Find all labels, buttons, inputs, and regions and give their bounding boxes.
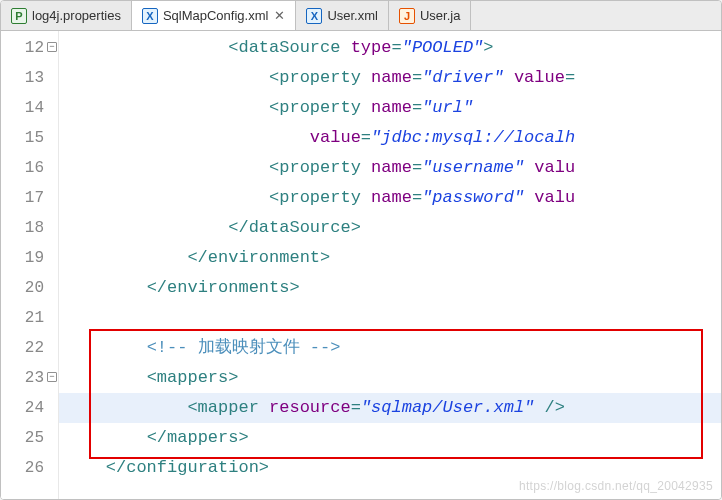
watermark: https://blog.csdn.net/qq_20042935: [519, 479, 713, 493]
tab-userxml[interactable]: X User.xml: [296, 1, 389, 30]
tab-userjava[interactable]: J User.ja: [389, 1, 471, 30]
code-area[interactable]: <dataSource type="POOLED"> <property nam…: [59, 31, 721, 499]
code-line: <dataSource type="POOLED">: [59, 33, 721, 63]
line-number: 14: [1, 93, 58, 123]
close-icon[interactable]: ✕: [274, 8, 285, 23]
code-line: <property name="url": [59, 93, 721, 123]
line-number: 17: [1, 183, 58, 213]
line-number: 18: [1, 213, 58, 243]
line-number: 19: [1, 243, 58, 273]
xml-file-icon: X: [306, 8, 322, 24]
tab-sqlmapconfig[interactable]: X SqlMapConfig.xml ✕: [132, 1, 297, 30]
line-number: 26: [1, 453, 58, 483]
line-number: 13: [1, 63, 58, 93]
code-line: <property name="driver" value=: [59, 63, 721, 93]
code-line: <!-- 加载映射文件 -->: [59, 333, 721, 363]
line-number: 23−: [1, 363, 58, 393]
tab-log4j[interactable]: P log4j.properties: [1, 1, 132, 30]
code-line: </environments>: [59, 273, 721, 303]
line-number: 20: [1, 273, 58, 303]
tab-label: User.ja: [420, 8, 460, 23]
fold-icon[interactable]: −: [47, 42, 57, 52]
line-number: 16: [1, 153, 58, 183]
code-line: </dataSource>: [59, 213, 721, 243]
tab-label: log4j.properties: [32, 8, 121, 23]
tab-label: SqlMapConfig.xml: [163, 8, 269, 23]
line-number: 21: [1, 303, 58, 333]
properties-file-icon: P: [11, 8, 27, 24]
code-line: </mappers>: [59, 423, 721, 453]
xml-file-icon: X: [142, 8, 158, 24]
code-editor[interactable]: 12− 13 14 15 16 17 18 19 20 21 22 23− 24…: [1, 31, 721, 499]
line-number: 24: [1, 393, 58, 423]
code-line: value="jdbc:mysql://localh: [59, 123, 721, 153]
code-line: <mapper resource="sqlmap/User.xml" />: [59, 393, 721, 423]
code-line: <property name="username" valu: [59, 153, 721, 183]
code-line: <mappers>: [59, 363, 721, 393]
line-number: 15: [1, 123, 58, 153]
line-number: 25: [1, 423, 58, 453]
line-number: 12−: [1, 33, 58, 63]
fold-icon[interactable]: −: [47, 372, 57, 382]
code-line: <property name="password" valu: [59, 183, 721, 213]
tab-label: User.xml: [327, 8, 378, 23]
code-line: [59, 303, 721, 333]
line-number: 22: [1, 333, 58, 363]
tab-bar: P log4j.properties X SqlMapConfig.xml ✕ …: [1, 1, 721, 31]
java-file-icon: J: [399, 8, 415, 24]
line-number-gutter: 12− 13 14 15 16 17 18 19 20 21 22 23− 24…: [1, 31, 59, 499]
code-line: </environment>: [59, 243, 721, 273]
